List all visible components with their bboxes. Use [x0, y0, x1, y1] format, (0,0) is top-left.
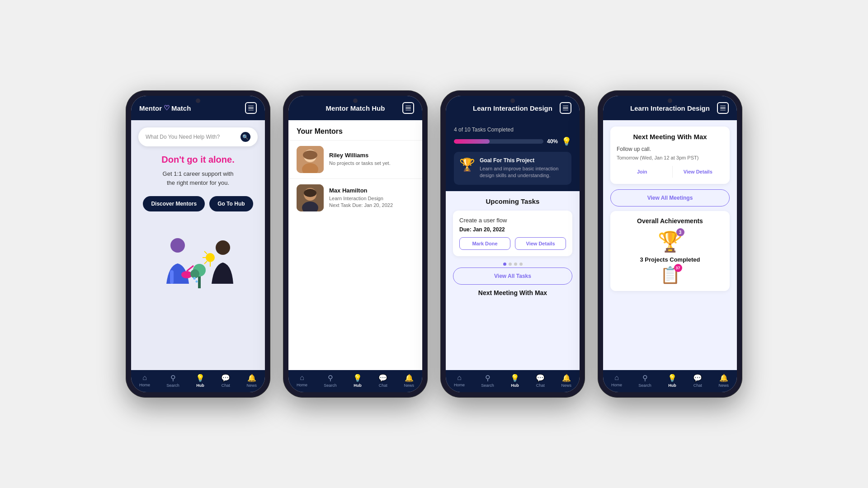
nav-home-4[interactable]: ⌂ Home: [611, 374, 622, 388]
search-bar[interactable]: What Do You Need Help With? 🔍: [138, 127, 258, 146]
nav-news-label: News: [246, 383, 257, 388]
pagination-dots: [453, 263, 572, 266]
search-placeholder: What Do You Need Help With?: [146, 134, 220, 140]
news-icon-3: 🔔: [562, 374, 571, 382]
nav-hub-3[interactable]: 💡 Hub: [510, 374, 519, 388]
home-icon: ⌂: [142, 374, 147, 382]
dot-1: [503, 263, 506, 266]
hub-icon-4: 💡: [668, 374, 677, 382]
svg-line-11: [204, 251, 207, 254]
view-all-tasks-button[interactable]: View All Tasks: [453, 267, 572, 285]
clipboard-badge: 37: [674, 264, 682, 272]
nav-home-2[interactable]: ⌂ Home: [297, 374, 307, 388]
phone-notch-4: [668, 99, 672, 103]
nav-news-label-4: News: [718, 383, 729, 388]
screen3-white: Upcoming Tasks Create a user flow Due: J…: [446, 191, 580, 370]
search-nav-icon-4: ⚲: [642, 374, 648, 382]
scene: Mentor ♡ Match What Do You Need Help Wit…: [108, 72, 760, 416]
chat-icon-2: 💬: [378, 374, 387, 382]
nav-chat-label-3: Chat: [536, 383, 545, 388]
phone-notch-3: [510, 99, 515, 103]
max-name: Max Hamilton: [329, 187, 393, 194]
nav-chat-label-2: Chat: [379, 383, 387, 388]
news-icon: 🔔: [247, 374, 256, 382]
menu-button-1[interactable]: [245, 102, 257, 114]
task-buttons: Mark Done View Details: [459, 237, 566, 250]
menu-button-2[interactable]: [402, 102, 414, 114]
mentor-card-max[interactable]: Max Hamilton Learn Interaction Design Ne…: [288, 178, 422, 217]
nav-search-2[interactable]: ⚲ Search: [324, 374, 337, 388]
dot-3: [514, 263, 517, 266]
progress-bar-wrap: 40% 💡: [454, 136, 571, 146]
bottom-nav-3: ⌂ Home ⚲ Search 💡 Hub 💬 Chat 🔔 News: [446, 370, 580, 392]
goal-title: Goal For This Project: [480, 157, 566, 164]
nav-news-1[interactable]: 🔔 News: [246, 374, 257, 388]
meeting-card: Next Meeting With Max Follow up call. To…: [610, 127, 730, 184]
mark-done-button[interactable]: Mark Done: [459, 237, 510, 250]
nav-search-label-4: Search: [638, 383, 651, 388]
tagline: Don't go it alone.: [161, 155, 234, 165]
bulb-icon: 💡: [561, 136, 571, 146]
topbar-title-3: Learn Interaction Design: [473, 104, 552, 112]
view-details-meeting-button[interactable]: View Details: [672, 166, 724, 178]
hub-icon-3: 💡: [510, 374, 519, 382]
nav-chat-label: Chat: [222, 383, 230, 388]
trophy-big: 🏆 3: [658, 230, 683, 253]
svg-rect-1: [170, 270, 174, 284]
riley-info: Riley Williams No projects or tasks set …: [329, 152, 391, 167]
screen1-content: What Do You Need Help With? 🔍 Don't go i…: [131, 120, 265, 370]
svg-rect-4: [198, 275, 201, 288]
nav-home-1[interactable]: ⌂ Home: [139, 374, 150, 388]
svg-point-7: [206, 253, 215, 262]
meeting-date: Tomorrow (Wed, Jan 12 at 3pm PST): [617, 155, 723, 160]
achievements-title: Overall Achievements: [617, 217, 723, 225]
nav-home-3[interactable]: ⌂ Home: [454, 374, 465, 388]
projects-label: 3 Projects Completed: [640, 256, 700, 263]
nav-search-4[interactable]: ⚲ Search: [638, 374, 651, 388]
phone-notch-2: [353, 99, 358, 103]
progress-percent: 40%: [547, 138, 558, 145]
trophy-icon: 🏆: [459, 157, 475, 172]
view-details-button[interactable]: View Details: [515, 237, 566, 250]
view-all-meetings-button[interactable]: View All Meetings: [610, 189, 730, 206]
chat-icon-4: 💬: [693, 374, 702, 382]
svg-point-18: [303, 150, 317, 160]
svg-point-13: [193, 277, 196, 280]
nav-hub-2[interactable]: 💡 Hub: [353, 374, 362, 388]
nav-home-label: Home: [139, 383, 150, 387]
home-icon-2: ⌂: [300, 374, 304, 382]
nav-news-3[interactable]: 🔔 News: [561, 374, 571, 388]
menu-button-4[interactable]: [717, 102, 729, 114]
nav-news-4[interactable]: 🔔 News: [718, 374, 729, 388]
nav-chat-4[interactable]: 💬 Chat: [693, 374, 702, 388]
nav-chat-3[interactable]: 💬 Chat: [536, 374, 545, 388]
nav-chat-1[interactable]: 💬 Chat: [221, 374, 230, 388]
nav-hub-4[interactable]: 💡 Hub: [668, 374, 677, 388]
join-button[interactable]: Join: [617, 166, 668, 178]
svg-point-14: [196, 281, 198, 283]
search-nav-icon-3: ⚲: [485, 374, 491, 382]
nav-search-3[interactable]: ⚲ Search: [481, 374, 494, 388]
go-to-hub-button[interactable]: Go To Hub: [209, 196, 253, 211]
nav-search-label-3: Search: [481, 383, 494, 388]
mentor-card-riley[interactable]: Riley Williams No projects or tasks set …: [288, 140, 422, 178]
nav-hub-label-4: Hub: [668, 383, 676, 388]
hero-illustration: [153, 225, 243, 293]
nav-home-label-4: Home: [611, 383, 622, 387]
phone-1-inner: Mentor ♡ Match What Do You Need Help Wit…: [131, 96, 265, 392]
max-info: Max Hamilton Learn Interaction Design Ne…: [329, 187, 393, 209]
nav-hub-label: Hub: [196, 383, 204, 388]
nav-hub-1[interactable]: 💡 Hub: [196, 374, 205, 388]
screen3-dark: 4 of 10 Tasks Completed 40% 💡 🏆 Goal For…: [446, 120, 580, 191]
meeting-buttons: Join View Details: [617, 166, 723, 178]
menu-button-3[interactable]: [560, 102, 571, 114]
trophy-badge: 3: [676, 228, 684, 236]
bottom-nav-2: ⌂ Home ⚲ Search 💡 Hub 💬 Chat 🔔 News: [288, 370, 422, 392]
search-nav-icon: ⚲: [170, 374, 176, 382]
search-icon[interactable]: 🔍: [241, 132, 250, 142]
discover-mentors-button[interactable]: Discover Mentors: [143, 196, 205, 211]
nav-news-2[interactable]: 🔔 News: [404, 374, 414, 388]
meeting-title: Next Meeting With Max: [617, 133, 723, 141]
nav-search-1[interactable]: ⚲ Search: [166, 374, 179, 388]
nav-chat-2[interactable]: 💬 Chat: [378, 374, 387, 388]
